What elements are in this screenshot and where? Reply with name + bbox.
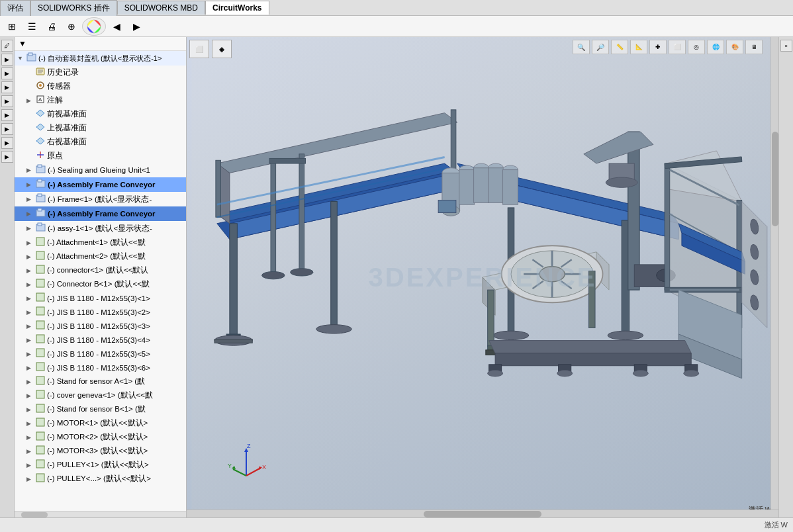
pulley1-arrow: ▶: [26, 462, 36, 468]
tree-jis2[interactable]: ▶ (-) JIS B 1180 - M12x55(3)<2>: [15, 305, 186, 319]
tree-pulley2[interactable]: ▶ (-) PULLEY<...> (默认<<默认>: [15, 472, 186, 486]
view-front-btn[interactable]: ⬜: [189, 40, 209, 58]
tree-attachment2[interactable]: ▶ (-) Attachment<2> (默认<<默: [15, 249, 186, 263]
left-icon-1[interactable]: 🖊: [1, 40, 13, 52]
left-icon-5[interactable]: ▶: [1, 95, 13, 107]
svg-rect-31: [36, 307, 44, 315]
vp-measure-btn[interactable]: 📏: [611, 40, 628, 54]
viewport[interactable]: ⬜ ◈ 🔍 🔎 📏 📐 ✚ ⬜ ◎ 🌐 🎨 🖥: [187, 37, 778, 517]
svg-rect-23: [38, 208, 42, 211]
right-icon-1[interactable]: ×: [780, 40, 792, 52]
svg-point-136: [633, 370, 648, 377]
tab-sw-mbd[interactable]: SOLIDWORKS MBD: [117, 1, 205, 15]
connector1-label: (-) connector<1> (默认<<默认: [47, 265, 186, 275]
frame1-arrow: ▶: [26, 196, 36, 202]
vp-globe-btn[interactable]: 🌐: [707, 40, 724, 54]
tree-jis1[interactable]: ▶ (-) JIS B 1180 - M12x55(3)<1>: [15, 291, 186, 305]
tree-pulley1[interactable]: ▶ (-) PULLEY<1> (默认<<默认>: [15, 458, 186, 472]
svg-rect-63: [216, 160, 221, 217]
tree-assy1[interactable]: ▶ (-) assy-1<1> (默认<显示状态-: [15, 221, 186, 236]
tree-asm-frame-1[interactable]: ▶ (-) Assembly Frame Conveyor: [15, 177, 186, 192]
tb-display-type[interactable]: ☰: [23, 17, 41, 36]
tab-sw-plugins[interactable]: SOLIDWORKS 插件: [30, 0, 117, 16]
tree-jis5[interactable]: ▶ (-) JIS B 1180 - M12x55(3)<5>: [15, 347, 186, 361]
tree-attachment1[interactable]: ▶ (-) Attachment<1> (默认<<默: [15, 236, 186, 249]
tree-stand-sensor-b[interactable]: ▶ (-) Stand for sensor B<1> (默: [15, 402, 186, 416]
tree-frame1[interactable]: ▶ (-) Frame<1> (默认<显示状态-: [15, 192, 186, 206]
motor3-arrow: ▶: [26, 448, 36, 455]
tab-evaluate[interactable]: 评估: [0, 0, 30, 16]
tb-next[interactable]: ▶: [127, 17, 146, 36]
tree-top-plane[interactable]: 上视基准面: [15, 121, 186, 135]
tree-asm-frame-2[interactable]: ▶ (-) Assembly Frame Conveyor: [15, 206, 186, 221]
tree-stand-sensor-a[interactable]: ▶ (-) Stand for sensor A<1> (默: [15, 375, 186, 388]
left-icon-6[interactable]: ▶: [1, 109, 13, 121]
viewport-vscroll[interactable]: [770, 37, 778, 510]
tree-motor2[interactable]: ▶ (-) MOTOR<2> (默认<<默认>: [15, 430, 186, 444]
tree-jis3[interactable]: ▶ (-) JIS B 1180 - M12x55(3)<3>: [15, 319, 186, 333]
tree-connectorB1[interactable]: ▶ (-) Connector B<1> (默认<<默: [15, 277, 186, 291]
asm-frame-1-label: (-) Assembly Frame Conveyor: [48, 181, 186, 189]
tree-motor3[interactable]: ▶ (-) MOTOR<3> (默认<<默认>: [15, 444, 186, 458]
vp-color-btn[interactable]: 🎨: [726, 40, 743, 54]
left-icon-8[interactable]: ▶: [1, 137, 13, 149]
tree-connector1[interactable]: ▶ (-) connector<1> (默认<<默认: [15, 263, 186, 277]
jis4-icon: [36, 334, 45, 345]
vp-zoom-btn[interactable]: 🔍: [573, 40, 590, 54]
vp-snap-btn[interactable]: ✚: [649, 40, 667, 54]
tb-edit[interactable]: ⊕: [62, 17, 81, 36]
jis2-arrow: ▶: [26, 309, 36, 316]
svg-rect-28: [36, 265, 44, 273]
vp-zoom2-btn[interactable]: 🔎: [592, 40, 609, 54]
sidebar-hscroll[interactable]: [15, 511, 186, 517]
tree-sealing[interactable]: ▶ (-) Sealing and Glueing Unit<1: [15, 163, 186, 177]
tree-cover-geneva[interactable]: ▶ (-) cover geneva<1> (默认<<默: [15, 388, 186, 402]
svg-point-135: [557, 370, 573, 377]
left-icon-4[interactable]: ▶: [1, 81, 13, 93]
tb-prev[interactable]: ◀: [107, 17, 126, 36]
vp-box-btn[interactable]: ⬜: [669, 40, 686, 54]
status-right: 激活 W: [765, 520, 788, 530]
svg-text:A: A: [38, 97, 42, 103]
asm-frame-2-label: (-) Assembly Frame Conveyor: [48, 210, 186, 218]
filter-icon: ▼: [19, 39, 26, 48]
tree-note[interactable]: ▶ A 注解: [15, 93, 186, 107]
left-icon-7[interactable]: ▶: [1, 123, 13, 135]
attachment1-label: (-) Attachment<1> (默认<<默: [47, 238, 186, 247]
svg-rect-125: [438, 200, 456, 212]
left-icon-3[interactable]: ▶: [1, 67, 13, 79]
svg-rect-39: [36, 418, 44, 426]
vp-tools2-btn[interactable]: 📐: [630, 40, 647, 54]
jis2-label: (-) JIS B 1180 - M12x55(3)<2>: [47, 308, 186, 316]
frame1-icon: [36, 193, 46, 205]
tree-right-plane[interactable]: 右视基准面: [15, 135, 186, 149]
tree-front-plane[interactable]: 前视基准面: [15, 107, 186, 121]
tab-circuitworks[interactable]: CircuitWorks: [205, 1, 269, 15]
tree-history[interactable]: 历史记录: [15, 66, 186, 79]
attachment2-icon: [36, 251, 45, 262]
vp-display-btn[interactable]: 🖥: [745, 40, 763, 54]
stand-sensor-b-label: (-) Stand for sensor B<1> (默: [47, 404, 186, 414]
viewport-hscroll[interactable]: [187, 510, 778, 517]
svg-rect-19: [38, 179, 42, 182]
svg-rect-103: [665, 163, 670, 290]
tb-view-orientation[interactable]: ⊞: [3, 17, 21, 36]
tree-motor1[interactable]: ▶ (-) MOTOR<1> (默认<<默认>: [15, 416, 186, 430]
left-icon-2[interactable]: ▶: [1, 54, 13, 66]
vp-circle-btn[interactable]: ◎: [688, 40, 705, 54]
tree-jis6[interactable]: ▶ (-) JIS B 1180 - M12x55(3)<6>: [15, 361, 186, 375]
tb-appearance[interactable]: [82, 17, 106, 36]
activation-status: 激活 W: [765, 520, 788, 530]
tree-jis4[interactable]: ▶ (-) JIS B 1180 - M12x55(3)<4>: [15, 333, 186, 347]
view-iso-btn[interactable]: ◈: [212, 40, 232, 58]
left-icon-9[interactable]: ▶: [1, 151, 13, 163]
tree-root[interactable]: ▼ (-) 自动套装封盖机 (默认<显示状态-1>: [15, 51, 186, 66]
tree-sensor[interactable]: 传感器: [15, 79, 186, 93]
status-bar: 激活 W: [0, 517, 793, 532]
svg-rect-75: [503, 170, 518, 205]
filter-bar: ▼: [15, 37, 186, 51]
tree-origin[interactable]: 原点: [15, 149, 186, 163]
svg-rect-40: [36, 432, 44, 440]
jis5-icon: [36, 348, 45, 359]
tb-hide-show[interactable]: 🖨: [42, 17, 61, 36]
